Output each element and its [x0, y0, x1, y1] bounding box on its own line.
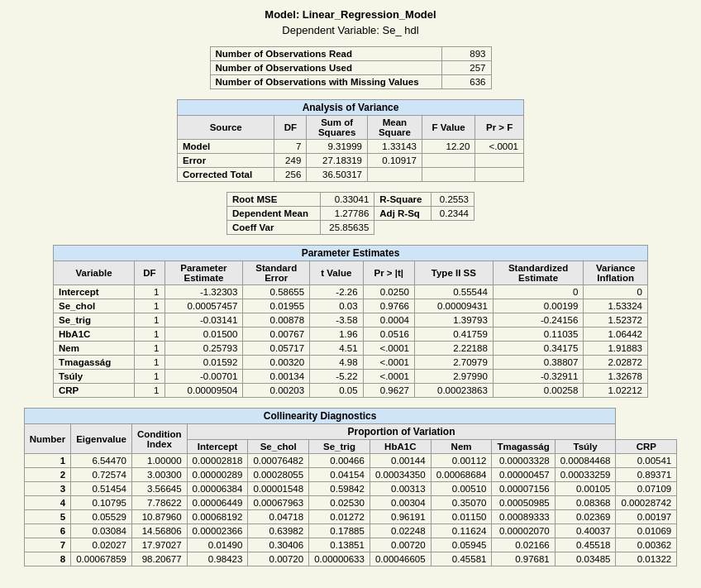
- anova-cell: [475, 168, 524, 182]
- param-col-header: StandardizedEstimate: [493, 261, 584, 285]
- param-cell: 2.97990: [414, 370, 493, 384]
- param-cell: Intercept: [54, 285, 135, 299]
- page-title: Model: Linear_Regression_Model: [17, 8, 684, 21]
- collin-cell: 0.11624: [431, 524, 492, 538]
- collin-col-header: Number: [24, 424, 70, 454]
- collin-cell: 0.05945: [431, 538, 492, 552]
- anova-cell: Model: [178, 140, 274, 154]
- param-cell: 1: [135, 313, 165, 327]
- param-cell: 0.01592: [165, 356, 243, 370]
- stat-label: Coeff Var: [227, 221, 321, 235]
- collin-cell: 0.10795: [71, 496, 132, 510]
- obs-value: 257: [441, 61, 491, 75]
- collin-cell: 7: [24, 538, 70, 552]
- param-cell: 0.00258: [493, 384, 584, 398]
- param-cell: -0.32911: [493, 370, 584, 384]
- param-col-header: t Value: [310, 261, 363, 285]
- param-cell: -0.03141: [165, 313, 243, 327]
- collin-cell: 0.00033259: [555, 468, 616, 482]
- collin-cell: 0.07109: [616, 482, 677, 496]
- collin-cell: 0.00003328: [492, 454, 555, 468]
- anova-table: Analysis of VarianceSourceDFSum ofSquare…: [177, 99, 524, 182]
- anova-cell: Error: [178, 154, 274, 168]
- anova-cell: 7: [274, 140, 307, 154]
- param-col-header: Variable: [54, 261, 135, 285]
- collin-cell: 0.00007156: [492, 482, 555, 496]
- obs-label: Number of Observations with Missing Valu…: [210, 75, 441, 89]
- collin-cell: 17.97027: [131, 538, 187, 552]
- collin-cell: 0.00000633: [309, 552, 370, 566]
- collin-cell: 3.56645: [131, 482, 187, 496]
- collin-cell: 0.01490: [187, 538, 248, 552]
- param-cell: 0.41759: [414, 327, 493, 342]
- param-cell: HbA1C: [54, 327, 135, 342]
- collin-cell: 0.04154: [309, 468, 370, 482]
- stat-value2: 0.2344: [432, 207, 474, 221]
- collin-cell: 0.00362: [616, 538, 677, 552]
- anova-cell: 1.33143: [367, 140, 422, 154]
- param-cell: 2.70979: [414, 356, 493, 370]
- anova-cell: [422, 154, 474, 168]
- param-cell: 0.00320: [243, 356, 310, 370]
- collin-cell: 0.96191: [370, 510, 431, 524]
- param-col-header: StandardError: [243, 261, 310, 285]
- collin-cell: 0.59842: [309, 482, 370, 496]
- stat-value: 1.27786: [320, 207, 374, 221]
- param-cell: 0.0250: [363, 285, 414, 299]
- param-cell: 1.39793: [414, 313, 493, 327]
- collin-cell: 0.00006384: [187, 482, 248, 496]
- collin-cell: 2: [24, 468, 70, 482]
- collin-cell: 0.00541: [616, 454, 677, 468]
- param-cell: 2.22188: [414, 342, 493, 356]
- param-cell: 0: [584, 285, 648, 299]
- param-cell: Se_chol: [54, 299, 135, 313]
- collin-cell: 0.30406: [248, 538, 309, 552]
- param-cell: 0: [493, 285, 584, 299]
- collin-cell: 0.05529: [71, 510, 132, 524]
- collin-title: Collinearity Diagnostics: [24, 409, 616, 424]
- collin-cell: 0.00112: [431, 454, 492, 468]
- anova-col-header: DF: [274, 116, 307, 140]
- param-cell: 1.02212: [584, 384, 648, 398]
- collin-cell: 0.00034350: [370, 468, 431, 482]
- param-cell: 0.00199: [493, 299, 584, 313]
- param-col-header: DF: [135, 261, 165, 285]
- param-cell: 1.32678: [584, 370, 648, 384]
- collin-cell: 0.00510: [431, 482, 492, 496]
- page-subtitle: Dependent Variable: Se_ hdl: [17, 24, 684, 36]
- param-cell: -5.22: [310, 370, 363, 384]
- param-cell: 1.96: [310, 327, 363, 342]
- param-cell: 0.00134: [243, 370, 310, 384]
- param-cell: 1: [135, 370, 165, 384]
- collin-cell: 0.00002366: [187, 524, 248, 538]
- collin-col-header: Eigenvalue: [71, 424, 132, 454]
- param-cell: 0.00057457: [165, 299, 243, 313]
- collin-cell: 0.01322: [616, 552, 677, 566]
- param-cell: <.0001: [363, 342, 414, 356]
- collin-cell: 0.00028742: [616, 496, 677, 510]
- stat-value2: 0.2553: [432, 193, 474, 207]
- param-cell: 0.00767: [243, 327, 310, 342]
- collin-cell: 14.56806: [131, 524, 187, 538]
- param-cell: -2.26: [310, 285, 363, 299]
- obs-value: 893: [441, 47, 491, 61]
- anova-cell: [367, 168, 422, 182]
- collin-cell: 0.01272: [309, 510, 370, 524]
- param-cell: -3.58: [310, 313, 363, 327]
- obs-label: Number of Observations Read: [210, 47, 441, 61]
- param-cell: -1.32303: [165, 285, 243, 299]
- param-cell: 0.9766: [363, 299, 414, 313]
- collin-cell: 5: [24, 510, 70, 524]
- collin-cell: 0.00068192: [187, 510, 248, 524]
- collin-cell: 0.89371: [616, 468, 677, 482]
- collin-cell: 0.01150: [431, 510, 492, 524]
- collin-cell: 0.02166: [492, 538, 555, 552]
- stat-label: Dependent Mean: [227, 207, 321, 221]
- anova-col-header: F Value: [422, 116, 474, 140]
- param-cell: 1.53324: [584, 299, 648, 313]
- anova-cell: 0.10917: [367, 154, 422, 168]
- collin-cell: 0.72574: [71, 468, 132, 482]
- param-cell: 0.00023863: [414, 384, 493, 398]
- param-cell: CRP: [54, 384, 135, 398]
- collin-cell: 0.00028055: [248, 468, 309, 482]
